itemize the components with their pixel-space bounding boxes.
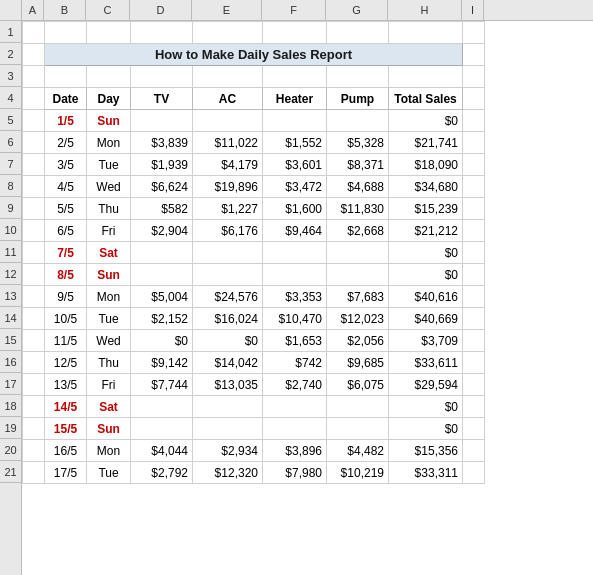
- header-date: Date: [45, 88, 87, 110]
- cell-tv-9: $582: [131, 198, 193, 220]
- cell-heater-9: $1,600: [263, 198, 327, 220]
- table-row: [23, 66, 485, 88]
- cell-total-9: $15,239: [389, 198, 463, 220]
- cell-pump-15: $2,056: [327, 330, 389, 352]
- cell-total-13: $40,616: [389, 286, 463, 308]
- cell-day-21: Tue: [87, 462, 131, 484]
- row-num-16: 16: [0, 351, 21, 373]
- title-cell: How to Make Daily Sales Report: [45, 44, 463, 66]
- cell-heater-7: $3,601: [263, 154, 327, 176]
- cell-day-19: Sun: [87, 418, 131, 440]
- cell-total-7: $18,090: [389, 154, 463, 176]
- cell-total-20: $15,356: [389, 440, 463, 462]
- cell-tv-14: $2,152: [131, 308, 193, 330]
- cell-e1: [193, 22, 263, 44]
- table-row: 5/5 Thu $582 $1,227 $1,600 $11,830 $15,2…: [23, 198, 485, 220]
- cell-heater-20: $3,896: [263, 440, 327, 462]
- cell-day-12: Sun: [87, 264, 131, 286]
- cell-ac-13: $24,576: [193, 286, 263, 308]
- cell-d1: [131, 22, 193, 44]
- cell-day-7: Tue: [87, 154, 131, 176]
- cell-e3: [193, 66, 263, 88]
- cell-a4: [23, 88, 45, 110]
- col-A: A: [22, 0, 44, 20]
- cell-a10: [23, 220, 45, 242]
- cell-total-21: $33,311: [389, 462, 463, 484]
- cell-tv-13: $5,004: [131, 286, 193, 308]
- cell-ac-5: [193, 110, 263, 132]
- cell-ac-10: $6,176: [193, 220, 263, 242]
- data-table: How to Make Daily Sales Report: [22, 21, 485, 484]
- cell-date-8: 4/5: [45, 176, 87, 198]
- cell-pump-21: $10,219: [327, 462, 389, 484]
- cell-a17: [23, 374, 45, 396]
- cell-pump-16: $9,685: [327, 352, 389, 374]
- cell-date-11: 7/5: [45, 242, 87, 264]
- cell-heater-17: $2,740: [263, 374, 327, 396]
- cell-heater-21: $7,980: [263, 462, 327, 484]
- row-num-18: 18: [0, 395, 21, 417]
- corner-cell: [0, 0, 22, 20]
- cell-total-5: $0: [389, 110, 463, 132]
- table-row: How to Make Daily Sales Report: [23, 44, 485, 66]
- cell-pump-9: $11,830: [327, 198, 389, 220]
- cell-a6: [23, 132, 45, 154]
- cell-date-9: 5/5: [45, 198, 87, 220]
- row-num-21: 21: [0, 461, 21, 483]
- row-num-8: 8: [0, 175, 21, 197]
- row-num-6: 6: [0, 131, 21, 153]
- col-E: E: [192, 0, 262, 20]
- cell-tv-15: $0: [131, 330, 193, 352]
- cell-tv-16: $9,142: [131, 352, 193, 374]
- cell-i12: [463, 264, 485, 286]
- cell-day-18: Sat: [87, 396, 131, 418]
- col-D: D: [130, 0, 192, 20]
- cell-f3: [263, 66, 327, 88]
- cell-heater-19: [263, 418, 327, 440]
- cell-tv-10: $2,904: [131, 220, 193, 242]
- cell-day-6: Mon: [87, 132, 131, 154]
- cell-i10: [463, 220, 485, 242]
- row-num-10: 10: [0, 219, 21, 241]
- cell-ac-14: $16,024: [193, 308, 263, 330]
- cell-i2: [463, 44, 485, 66]
- cell-f1: [263, 22, 327, 44]
- cell-b3: [45, 66, 87, 88]
- cell-total-11: $0: [389, 242, 463, 264]
- cell-i11: [463, 242, 485, 264]
- cell-a7: [23, 154, 45, 176]
- cell-date-13: 9/5: [45, 286, 87, 308]
- cell-ac-19: [193, 418, 263, 440]
- cell-tv-19: [131, 418, 193, 440]
- cell-ac-16: $14,042: [193, 352, 263, 374]
- cell-i9: [463, 198, 485, 220]
- cell-i6: [463, 132, 485, 154]
- cell-heater-13: $3,353: [263, 286, 327, 308]
- cell-ac-9: $1,227: [193, 198, 263, 220]
- row-num-14: 14: [0, 307, 21, 329]
- header-ac: AC: [193, 88, 263, 110]
- row-num-2: 2: [0, 43, 21, 65]
- cell-i14: [463, 308, 485, 330]
- cell-a15: [23, 330, 45, 352]
- grid-body: 1 2 3 4 5 6 7 8 9 10 11 12 13 14 15 16 1…: [0, 21, 593, 575]
- row-num-1: 1: [0, 21, 21, 43]
- table-row: 14/5 Sat $0: [23, 396, 485, 418]
- cell-h1: [389, 22, 463, 44]
- cell-tv-11: [131, 242, 193, 264]
- row-num-11: 11: [0, 241, 21, 263]
- table-row: 2/5 Mon $3,839 $11,022 $1,552 $5,328 $21…: [23, 132, 485, 154]
- col-G: G: [326, 0, 388, 20]
- cell-date-21: 17/5: [45, 462, 87, 484]
- cell-heater-14: $10,470: [263, 308, 327, 330]
- cell-day-8: Wed: [87, 176, 131, 198]
- cell-day-10: Fri: [87, 220, 131, 242]
- cell-a12: [23, 264, 45, 286]
- row-num-9: 9: [0, 197, 21, 219]
- cell-heater-11: [263, 242, 327, 264]
- cell-pump-5: [327, 110, 389, 132]
- cell-a9: [23, 198, 45, 220]
- cell-a16: [23, 352, 45, 374]
- cell-ac-6: $11,022: [193, 132, 263, 154]
- cell-a1: [23, 22, 45, 44]
